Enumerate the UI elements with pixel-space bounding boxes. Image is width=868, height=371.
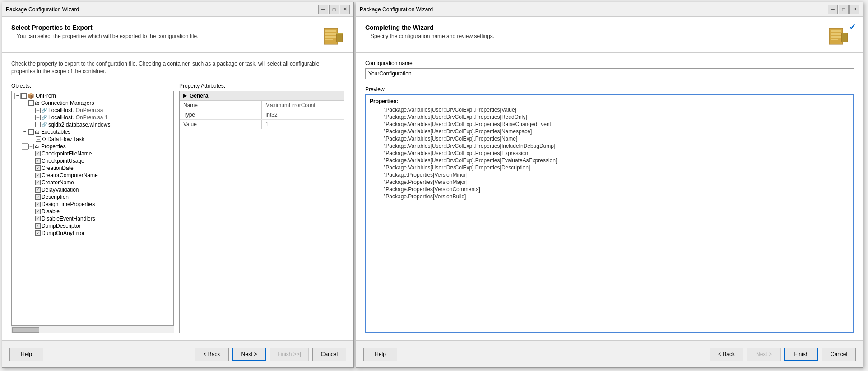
localhost2-icon: 🔗 [42, 115, 47, 120]
tree-item-dataflow[interactable]: − ⚙ Data Flow Task [13, 136, 172, 143]
dumpdescriptor-label: DumpDescriptor [42, 223, 81, 229]
left-title-text: Package Configuration Wizard [6, 6, 79, 13]
tree-item-localhost1[interactable]: 🔗 LocalHost. OnPrem.sa [13, 107, 172, 114]
preview-item-1: \Package.Variables[User::DrvColExp].Prop… [370, 113, 849, 121]
right-maximize-btn[interactable]: □ [839, 5, 849, 14]
preview-section: Preview: Properties: \Package.Variables[… [365, 86, 854, 333]
right-close-btn[interactable]: ✕ [849, 5, 859, 14]
tree-item-connection-managers[interactable]: − 🗂 Connection Managers [13, 99, 172, 107]
preview-item-9: \Package.Properties[VersionMinor] [370, 171, 849, 178]
executables-label: Executables [41, 129, 70, 135]
cb-checkpointfilename[interactable] [35, 151, 41, 156]
cb-localhost1[interactable] [35, 108, 41, 113]
disable-label: Disable [42, 208, 60, 215]
preview-item-12: \Package.Properties[VersionBuild] [370, 193, 849, 200]
cb-creatorname[interactable] [35, 180, 41, 185]
tree-item-checkpointfilename[interactable]: CheckpointFileName [13, 150, 172, 157]
cb-props-folder[interactable] [28, 144, 34, 149]
left-help-button[interactable]: Help [9, 348, 43, 361]
cb-dumpdescriptor[interactable] [35, 223, 41, 229]
right-help-button[interactable]: Help [363, 348, 397, 361]
cb-localhost2[interactable] [35, 115, 41, 120]
tree-item-executables[interactable]: − 🗂 Executables [13, 128, 172, 136]
config-name-input[interactable] [365, 68, 854, 79]
preview-item-10: \Package.Properties[VersionMajor] [370, 178, 849, 186]
left-maximize-btn[interactable]: □ [329, 5, 339, 14]
tree-item-checkpointusage[interactable]: CheckpointUsage [13, 157, 172, 164]
right-cancel-button[interactable]: Cancel [822, 348, 856, 361]
dataflow-icon: ⚙ [42, 136, 46, 141]
tree-item-disable[interactable]: Disable [13, 208, 172, 215]
localhost1-label: LocalHost. [48, 107, 74, 113]
left-minimize-btn[interactable]: ─ [318, 5, 328, 14]
cb-description[interactable] [35, 194, 41, 200]
right-minimize-btn[interactable]: ─ [828, 5, 838, 14]
delayvalidation-label: DelayValidation [42, 187, 79, 193]
prop-row-value: Value 1 [180, 120, 344, 129]
designtimeprops-label: DesignTimeProperties [42, 201, 95, 207]
tree-item-dumponerror[interactable]: DumpOnAnyError [13, 230, 172, 237]
tree-item-onprem[interactable]: − 📦 OnPrem [13, 92, 172, 99]
cb-disable[interactable] [35, 209, 41, 214]
tree-scrollbar-x[interactable] [11, 326, 174, 333]
preview-item-11: \Package.Properties[VersionComments] [370, 186, 849, 193]
tree-item-creationdate[interactable]: CreationDate [13, 164, 172, 172]
cb-creationdate[interactable] [35, 165, 41, 171]
cb-onprem[interactable] [21, 93, 27, 99]
tree-container[interactable]: − 📦 OnPrem − 🗂 Connection Managers [11, 91, 174, 326]
tree-item-delayvalidation[interactable]: DelayValidation [13, 186, 172, 193]
tree-item-creatorname[interactable]: CreatorName [13, 179, 172, 186]
cb-executables[interactable] [28, 129, 34, 135]
right-back-button[interactable]: < Back [710, 348, 743, 361]
preview-item-4: \Package.Variables[User::DrvColExp].Prop… [370, 135, 849, 142]
left-two-panel: Objects: − 📦 OnPrem − 🗂 Connection [11, 83, 344, 333]
cb-designtimeprops[interactable] [35, 202, 41, 207]
tree-item-description[interactable]: Description [13, 193, 172, 201]
prop-value-value: 1 [262, 120, 344, 129]
scrollbar-thumb[interactable] [12, 327, 39, 333]
cb-connmgr[interactable] [28, 100, 34, 106]
left-next-button[interactable]: Next > [232, 348, 266, 361]
prop-section-general: ▶ General [180, 91, 344, 101]
tree-item-properties-folder[interactable]: − 🗂 Properties [13, 143, 172, 150]
tree-item-localhost2[interactable]: 🔗 LocalHost. OnPrem.sa 1 [13, 114, 172, 121]
property-panel: Property Attributes: ▶ General Name Maxi… [179, 83, 344, 333]
right-finish-button[interactable]: Finish [784, 348, 818, 361]
left-cancel-button[interactable]: Cancel [312, 348, 346, 361]
preview-box[interactable]: Properties: \Package.Variables[User::Drv… [365, 94, 854, 333]
objects-label: Objects: [11, 83, 174, 89]
cb-delayvalidation[interactable] [35, 187, 41, 193]
cb-disableeventhandlers[interactable] [35, 216, 41, 221]
left-close-btn[interactable]: ✕ [340, 5, 350, 14]
prop-type-value: Int32 [262, 110, 344, 119]
cb-creatorcomputername[interactable] [35, 173, 41, 178]
cb-sqldb2[interactable] [35, 122, 41, 127]
creationdate-label: CreationDate [42, 165, 74, 171]
onprem-icon: 📦 [28, 93, 34, 99]
prop-row-type: Type Int32 [180, 110, 344, 120]
cb-dumponerror[interactable] [35, 230, 41, 236]
tree-item-disableeventhandlers[interactable]: DisableEventHandlers [13, 215, 172, 222]
preview-item-7: \Package.Variables[User::DrvColExp].Prop… [370, 157, 849, 164]
cb-checkpointusage[interactable] [35, 158, 41, 164]
svg-rect-11 [831, 39, 838, 40]
prop-section-arrow: ▶ [183, 93, 187, 98]
left-header-subtitle: You can select the properties which will… [17, 33, 198, 39]
onprem-label: OnPrem [36, 93, 56, 99]
tree-item-dumpdescriptor[interactable]: DumpDescriptor [13, 222, 172, 230]
svg-rect-8 [831, 30, 841, 32]
svg-rect-12 [841, 33, 848, 42]
expander-props[interactable]: − [22, 143, 28, 150]
expander-onprem[interactable]: − [14, 93, 21, 99]
sqldb2-icon: 🔗 [42, 122, 47, 127]
right-wizard-icon-container: ✓ [827, 24, 854, 47]
left-back-button[interactable]: < Back [195, 348, 229, 361]
tree-item-creatorcomputername[interactable]: CreatorComputerName [13, 172, 172, 179]
cb-dataflow[interactable] [36, 136, 41, 142]
expander-dataflow[interactable]: − [29, 136, 35, 142]
tree-item-designtimeprops[interactable]: DesignTimeProperties [13, 201, 172, 208]
tree-item-sqldb2[interactable]: 🔗 sqldb2.database.windows. [13, 121, 172, 128]
expander-executables[interactable]: − [22, 129, 28, 135]
expander-connmgr[interactable]: − [22, 100, 28, 106]
right-title-bar: Package Configuration Wizard ─ □ ✕ [356, 2, 863, 17]
